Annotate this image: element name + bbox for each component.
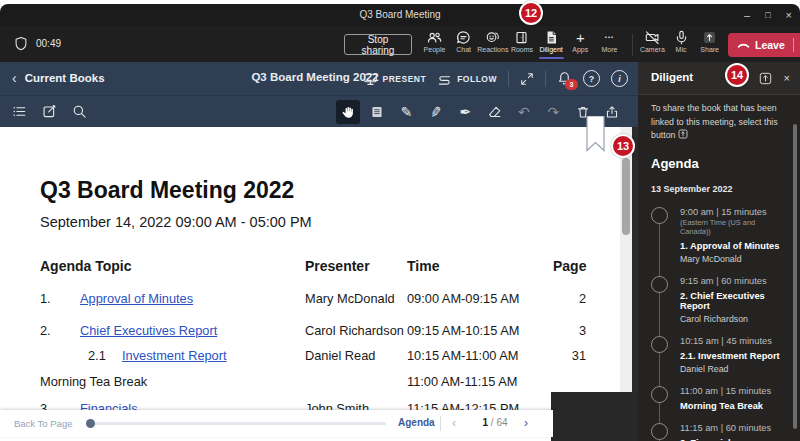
present-button[interactable]: PRESENT — [363, 72, 427, 86]
col-header-presenter: Presenter — [305, 258, 407, 274]
item-timezone: (Eastern Time (US and Canada)) — [680, 218, 787, 236]
agenda-row: 2. Chief Executives Report Carol Richard… — [40, 323, 586, 338]
timeline-node-icon — [651, 336, 668, 353]
row-page: 2 — [553, 291, 586, 306]
table-of-contents-icon[interactable] — [12, 104, 27, 119]
panel-agenda-heading: Agenda — [651, 156, 787, 171]
help-icon[interactable]: ? — [583, 70, 600, 87]
follow-path-icon — [437, 73, 452, 85]
mic-toggle[interactable]: Mic — [667, 30, 696, 56]
pager-divider — [440, 416, 441, 431]
agenda-topic-link[interactable]: Approval of Minutes — [80, 291, 193, 306]
back-to-current-books[interactable]: ‹ Current Books — [12, 70, 105, 86]
stop-sharing-button[interactable]: Stop sharing — [344, 34, 412, 55]
page-slider[interactable] — [86, 422, 386, 425]
item-time: 9:15 am | 60 minutes — [680, 276, 787, 286]
minimize-icon[interactable]: – — [744, 10, 750, 21]
row-number: 1. — [40, 291, 80, 306]
item-title: Morning Tea Break — [680, 401, 787, 411]
bookmark-ribbon-icon[interactable] — [586, 116, 605, 152]
camera-label: Camera — [640, 46, 665, 53]
row-number: 2. — [40, 323, 80, 338]
agenda-item[interactable]: 10:15 am | 45 minutes 2.1. Investment Re… — [651, 336, 787, 374]
hand-tool-button[interactable] — [336, 100, 360, 124]
meeting-toolbar: 00:49 Stop sharing People Chat Reactions… — [0, 26, 800, 62]
share-book-icon[interactable] — [678, 129, 688, 139]
col-header-topic: Agenda Topic — [40, 258, 305, 274]
eraser-tool-button[interactable] — [483, 100, 507, 124]
nav-diligent[interactable]: Diligent — [537, 30, 566, 56]
page-scrollbar-thumb[interactable] — [622, 158, 630, 235]
agenda-timeline: 9:00 am | 15 minutes (Eastern Time (US a… — [651, 207, 787, 441]
agenda-row: Morning Tea Break 11:00 AM-11:15 AM — [40, 374, 586, 389]
undo-button[interactable]: ↶ — [512, 100, 536, 124]
leave-button[interactable]: Leave ▾ — [728, 33, 800, 57]
agenda-row: 1. Approval of Minutes Mary McDonald 09:… — [40, 291, 586, 306]
redo-button[interactable]: ↷ — [541, 100, 565, 124]
item-title: 1. Approval of Minutes — [680, 241, 787, 251]
notifications-button[interactable]: 3 — [557, 71, 572, 86]
previous-page-icon[interactable]: ‹ — [452, 416, 456, 430]
agenda-item[interactable]: 11:00 am | 15 minutes Morning Tea Break — [651, 386, 787, 411]
camera-toggle[interactable]: Camera — [638, 30, 667, 56]
nav-chat[interactable]: Chat — [449, 30, 478, 56]
row-time: 09:00 AM-09:15 AM — [407, 291, 553, 306]
maximize-icon[interactable]: □ — [765, 11, 770, 20]
info-icon[interactable]: i — [611, 70, 628, 87]
total-pages: / 64 — [491, 417, 508, 428]
agenda-item[interactable]: 11:15 am | 60 minutes 3. Financials John… — [651, 423, 787, 441]
hand-icon — [341, 105, 355, 119]
notes-tool-button[interactable] — [365, 100, 389, 124]
row-presenter: Daniel Read — [305, 348, 407, 363]
item-presenter: Carol Richardson — [680, 314, 787, 324]
page-indicator: 1 / 64 — [472, 417, 518, 428]
pen2-tool-button[interactable]: ✎ — [424, 100, 448, 124]
item-time: 11:15 am | 60 minutes — [680, 423, 787, 433]
nav-more-label: More — [601, 46, 617, 53]
row-topic: Morning Tea Break — [40, 374, 305, 389]
fountain-pen-icon: ✒ — [459, 105, 471, 119]
fountain-pen-tool-button[interactable]: ✒ — [453, 100, 477, 124]
next-page-icon[interactable]: › — [524, 416, 528, 430]
timer-value: 00:49 — [36, 38, 61, 49]
nav-apps[interactable]: + Apps — [566, 30, 595, 56]
back-chevron-icon: ‹ — [12, 70, 17, 86]
share-tray-button[interactable]: Share — [695, 30, 724, 56]
compose-icon[interactable] — [42, 104, 57, 119]
fullscreen-icon[interactable] — [520, 72, 534, 86]
panel-scrollbar-thumb[interactable] — [793, 124, 797, 429]
follow-button[interactable]: FOLLOW — [437, 73, 497, 85]
item-title: 2. Chief Executives Report — [680, 291, 787, 311]
device-controls: Camera Mic Share — [638, 30, 724, 56]
diligent-viewer: ‹ Current Books Q3 Board Meeting 2022 PR… — [0, 62, 638, 441]
pen-tool-button[interactable]: ✎ — [395, 100, 419, 124]
close-panel-icon[interactable]: × — [784, 72, 790, 84]
leave-label: Leave — [755, 39, 785, 51]
document-page[interactable]: Q3 Board Meeting 2022 September 14, 2022… — [0, 127, 620, 441]
nav-people[interactable]: People — [420, 30, 449, 56]
nav-reactions[interactable]: Reactions — [478, 30, 507, 56]
agenda-item[interactable]: 9:00 am | 15 minutes (Eastern Time (US a… — [651, 207, 787, 264]
leave-options-chevron[interactable]: ▾ — [794, 33, 800, 57]
item-presenter: Daniel Read — [680, 364, 787, 374]
search-icon[interactable] — [72, 104, 87, 119]
share-book-icon[interactable] — [759, 72, 772, 85]
nav-rooms[interactable]: Rooms — [507, 30, 536, 56]
close-icon[interactable]: × — [786, 10, 792, 21]
pen-icon: ✎ — [401, 105, 413, 119]
timeline-node-icon — [651, 423, 668, 440]
chat-icon — [456, 30, 471, 45]
document-title: Q3 Board Meeting 2022 — [40, 177, 294, 204]
panel-header: Diligent × — [638, 62, 800, 95]
agenda-topic-link[interactable]: Investment Report — [122, 348, 227, 363]
nav-more[interactable]: ••• More — [595, 30, 624, 56]
back-to-page-button[interactable]: Back To Page — [14, 418, 72, 429]
timeline-node-icon — [651, 386, 668, 403]
follow-label: FOLLOW — [457, 74, 497, 84]
meeting-nav: People Chat Reactions Rooms Diligent + — [420, 30, 624, 56]
agenda-item[interactable]: 9:15 am | 60 minutes 2. Chief Executives… — [651, 276, 787, 324]
page-slider-handle[interactable] — [86, 419, 95, 428]
mic-icon — [674, 30, 689, 45]
agenda-topic-link[interactable]: Chief Executives Report — [80, 323, 217, 338]
agenda-page-label[interactable]: Agenda — [398, 417, 435, 428]
